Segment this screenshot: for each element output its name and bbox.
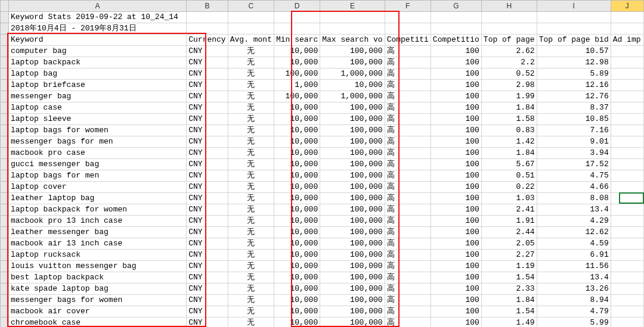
cell-adimp[interactable] [611, 68, 643, 80]
row-header[interactable] [1, 80, 9, 91]
cell-toph[interactable]: 7.16 [537, 125, 611, 136]
cell-min[interactable]: 10,000 [274, 284, 320, 295]
cell-top[interactable]: 2.44 [481, 227, 537, 238]
cell-avg[interactable]: 无 [228, 295, 274, 306]
cell-currency[interactable]: CNY [187, 193, 228, 204]
cell-min[interactable]: 10,000 [274, 125, 320, 136]
cell-adimp[interactable] [611, 182, 643, 193]
cell[interactable] [385, 23, 431, 35]
cell-max[interactable]: 100,000 [320, 125, 385, 136]
cell-compidx[interactable]: 100 [431, 114, 481, 125]
cell-avg[interactable]: 无 [228, 68, 274, 80]
cell-currency[interactable]: CNY [187, 80, 228, 91]
cell-keyword[interactable]: messenger bags for men [9, 136, 187, 148]
cell-compidx[interactable]: 100 [431, 284, 481, 295]
cell-avg[interactable]: 无 [228, 80, 274, 91]
cell-keyword[interactable]: laptop backpack [9, 57, 187, 68]
cell-currency[interactable]: CNY [187, 46, 228, 57]
cell-toph[interactable]: 10.57 [537, 46, 611, 57]
cell-keyword[interactable]: macbook pro 13 inch case [9, 216, 187, 227]
cell-avg[interactable]: 无 [228, 261, 274, 272]
cell-adimp[interactable] [611, 216, 643, 227]
cell-comp[interactable]: 高 [385, 102, 431, 114]
cell[interactable] [385, 12, 431, 23]
cell-keyword[interactable]: laptop rucksack [9, 250, 187, 261]
cell-compidx[interactable]: 100 [431, 125, 481, 136]
cell-adimp[interactable] [611, 114, 643, 125]
hdr-avg[interactable]: Avg. mont [228, 35, 274, 46]
cell-top[interactable]: 1.54 [481, 306, 537, 317]
cell-top[interactable]: 0.83 [481, 125, 537, 136]
cell-compidx[interactable]: 100 [431, 272, 481, 284]
cell-max[interactable]: 100,000 [320, 227, 385, 238]
cell-adimp[interactable] [611, 284, 643, 295]
row-header[interactable] [1, 261, 9, 272]
cell-compidx[interactable]: 100 [431, 238, 481, 250]
cell-max[interactable]: 100,000 [320, 114, 385, 125]
cell-comp[interactable]: 高 [385, 148, 431, 159]
cell-max[interactable]: 100,000 [320, 159, 385, 170]
cell-compidx[interactable]: 100 [431, 295, 481, 306]
grid[interactable]: ABCDEFGHIJ Keyword Stats 2019-09-22 at 1… [0, 0, 644, 327]
cell-min[interactable]: 10,000 [274, 46, 320, 57]
cell-compidx[interactable]: 100 [431, 182, 481, 193]
cell-toph[interactable]: 10.85 [537, 114, 611, 125]
cell-currency[interactable]: CNY [187, 204, 228, 216]
row-header[interactable] [1, 204, 9, 216]
cell-comp[interactable]: 高 [385, 159, 431, 170]
cell-avg[interactable]: 无 [228, 148, 274, 159]
col-header-F[interactable]: F [385, 1, 431, 12]
cell-toph[interactable]: 3.94 [537, 148, 611, 159]
cell-comp[interactable]: 高 [385, 125, 431, 136]
cell-adimp[interactable] [611, 238, 643, 250]
cell-avg[interactable]: 无 [228, 317, 274, 328]
cell[interactable] [537, 12, 611, 23]
cell-comp[interactable]: 高 [385, 46, 431, 57]
cell-max[interactable]: 10,000 [320, 80, 385, 91]
cell-min[interactable]: 10,000 [274, 114, 320, 125]
cell-top[interactable]: 1.03 [481, 193, 537, 204]
cell-min[interactable]: 10,000 [274, 193, 320, 204]
cell-avg[interactable]: 无 [228, 227, 274, 238]
row-header[interactable] [1, 317, 9, 328]
cell[interactable] [274, 23, 320, 35]
cell-adimp[interactable] [611, 57, 643, 68]
cell-currency[interactable]: CNY [187, 114, 228, 125]
cell-compidx[interactable]: 100 [431, 68, 481, 80]
cell-min[interactable]: 10,000 [274, 204, 320, 216]
cell-min[interactable]: 10,000 [274, 295, 320, 306]
cell-min[interactable]: 10,000 [274, 182, 320, 193]
cell-currency[interactable]: CNY [187, 148, 228, 159]
cell-comp[interactable]: 高 [385, 193, 431, 204]
cell-keyword[interactable]: leather messenger bag [9, 227, 187, 238]
spreadsheet[interactable]: ABCDEFGHIJ Keyword Stats 2019-09-22 at 1… [0, 0, 644, 327]
cell-avg[interactable]: 无 [228, 216, 274, 227]
cell-toph[interactable]: 5.99 [537, 317, 611, 328]
cell-avg[interactable]: 无 [228, 204, 274, 216]
cell-max[interactable]: 100,000 [320, 182, 385, 193]
cell-max[interactable]: 1,000,000 [320, 68, 385, 80]
cell-compidx[interactable]: 100 [431, 57, 481, 68]
cell-max[interactable]: 100,000 [320, 295, 385, 306]
cell-min[interactable]: 10,000 [274, 57, 320, 68]
cell-toph[interactable]: 8.37 [537, 102, 611, 114]
cell-compidx[interactable]: 100 [431, 91, 481, 102]
cell-max[interactable]: 100,000 [320, 272, 385, 284]
cell-comp[interactable]: 高 [385, 91, 431, 102]
cell-top[interactable]: 0.22 [481, 182, 537, 193]
cell-max[interactable]: 100,000 [320, 193, 385, 204]
col-header-J[interactable]: J [611, 1, 643, 12]
col-header-D[interactable]: D [274, 1, 320, 12]
cell-adimp[interactable] [611, 91, 643, 102]
row-header[interactable] [1, 23, 9, 35]
row-header[interactable] [1, 284, 9, 295]
col-header-C[interactable]: C [228, 1, 274, 12]
cell-min[interactable]: 1,000 [274, 80, 320, 91]
cell-max[interactable]: 100,000 [320, 148, 385, 159]
cell-comp[interactable]: 高 [385, 204, 431, 216]
row-header[interactable] [1, 238, 9, 250]
cell-currency[interactable]: CNY [187, 284, 228, 295]
cell-min[interactable]: 10,000 [274, 227, 320, 238]
cell-keyword[interactable]: computer bag [9, 46, 187, 57]
cell-avg[interactable]: 无 [228, 250, 274, 261]
